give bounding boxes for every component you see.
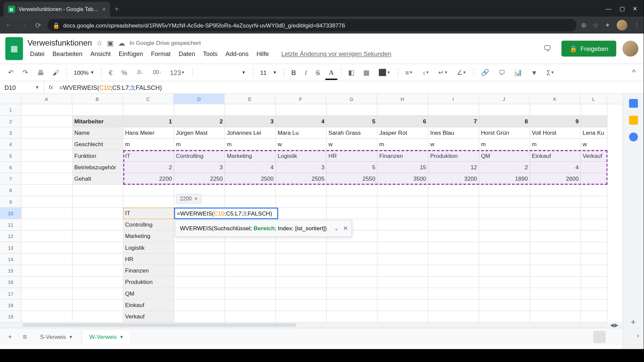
cell[interactable]: Produktion	[123, 277, 174, 288]
strike-icon[interactable]: S	[312, 66, 323, 79]
cell[interactable]: 2600	[530, 173, 581, 185]
sheet-tab-w-verweis[interactable]: W-Verweis▼	[82, 329, 131, 344]
cell[interactable]: w	[327, 139, 378, 150]
cell[interactable]: Betriebszugehör	[72, 162, 123, 173]
star-icon[interactable]: ☆	[96, 39, 102, 47]
row-header[interactable]: 5	[0, 150, 21, 162]
cell[interactable]: 7	[428, 116, 479, 127]
cell-editor[interactable]: =WVERWEIS(C10;C5:L7;3;FALSCH)	[174, 207, 278, 219]
cell[interactable]: 15	[378, 162, 429, 173]
row-header[interactable]: 15	[0, 265, 21, 277]
cell[interactable]: IT	[123, 207, 174, 219]
cell[interactable]: 3	[225, 116, 276, 127]
cell[interactable]: 5	[327, 116, 378, 127]
row-header[interactable]: 6	[0, 162, 21, 173]
cell[interactable]: Jasper Rot	[378, 127, 429, 139]
cell[interactable]: Sarah Grass	[327, 127, 378, 139]
number-format-select[interactable]: 123▼	[166, 66, 189, 79]
percent-icon[interactable]: %	[118, 66, 131, 79]
menu-hilfe[interactable]: Hilfe	[254, 48, 272, 59]
row-header[interactable]: 4	[0, 139, 21, 150]
cell[interactable]: Verkauf	[123, 311, 174, 322]
cell[interactable]: Logistik	[123, 242, 174, 253]
cell[interactable]: Funktion	[72, 150, 123, 162]
cell[interactable]: 2250	[174, 173, 225, 185]
cell[interactable]: Hans Meier	[123, 127, 174, 139]
borders-icon[interactable]: ▦	[360, 66, 373, 79]
col-header[interactable]: E	[225, 94, 276, 104]
cell[interactable]: m	[123, 139, 174, 150]
cell[interactable]: IT	[123, 150, 174, 162]
menu-tools[interactable]: Tools	[200, 48, 220, 59]
row-header[interactable]: 3	[0, 127, 21, 139]
col-header[interactable]: H	[377, 94, 428, 104]
col-header[interactable]: A	[21, 94, 72, 104]
cell[interactable]: m	[479, 139, 530, 150]
menu-datei[interactable]: Datei	[28, 48, 47, 59]
row-header[interactable]: 2	[0, 116, 21, 127]
cell[interactable]: m	[530, 139, 581, 150]
new-tab-button[interactable]: +	[110, 2, 123, 17]
close-window-icon[interactable]: ✕	[633, 5, 637, 12]
row-header[interactable]: 16	[0, 277, 21, 288]
calendar-icon[interactable]	[629, 99, 638, 108]
browser-tab[interactable]: ▦ Verweisfunktionen - Google Tab… ×	[4, 2, 110, 17]
chevron-down-icon[interactable]: ⌄	[334, 224, 339, 233]
italic-icon[interactable]: I	[302, 66, 311, 79]
cell[interactable]: Geschlecht	[72, 139, 123, 150]
col-header[interactable]: B	[72, 94, 123, 104]
rotate-icon[interactable]: ∠▼	[453, 66, 470, 79]
cell[interactable]: 3200	[428, 173, 479, 185]
name-box[interactable]: D10 ▼	[0, 81, 44, 94]
formula-input[interactable]: =WVERWEIS(C10;C5:L7;3;FALSCH)	[58, 84, 644, 91]
cell[interactable]: HR	[327, 150, 378, 162]
cell[interactable]: m	[225, 139, 276, 150]
cell[interactable]: 4	[276, 116, 327, 127]
row-header[interactable]: 14	[0, 254, 21, 265]
menu-bearbeiten[interactable]: Bearbeiten	[50, 48, 85, 59]
cell[interactable]: Produktion	[428, 150, 479, 162]
cloud-icon[interactable]: ☁	[118, 39, 125, 47]
cell[interactable]: Controlling	[123, 219, 174, 231]
cell[interactable]: Controlling	[174, 150, 225, 162]
cell[interactable]: Gehalt	[72, 173, 123, 185]
explore-button[interactable]	[593, 331, 606, 343]
cell[interactable]: 2500	[225, 173, 276, 185]
filter-icon[interactable]: ▼	[528, 66, 541, 79]
url-input[interactable]: 🔒 docs.google.com/spreadsheets/d/1RW5vYM…	[47, 19, 577, 32]
font-size-select[interactable]: 11 ▼	[257, 67, 280, 77]
last-edit[interactable]: Letzte Änderung vor wenigen Sekunden	[279, 48, 394, 59]
cell[interactable]: QM	[479, 150, 530, 162]
cell[interactable]: Horst Grün	[479, 127, 530, 139]
cell[interactable]: Lena Ku	[581, 127, 607, 139]
print-icon[interactable]: 🖶	[34, 66, 47, 79]
cell[interactable]: Finanzen	[378, 150, 429, 162]
cell[interactable]: 5	[327, 162, 378, 173]
cell[interactable]: 3	[174, 162, 225, 173]
chevron-down-icon[interactable]: ▼	[35, 85, 39, 89]
cell[interactable]: 3500	[378, 173, 429, 185]
menu-ansicht[interactable]: Ansicht	[88, 48, 113, 59]
menu-einfuegen[interactable]: Einfügen	[116, 48, 146, 59]
cell[interactable]: HR	[123, 254, 174, 265]
cell[interactable]: 2505	[276, 173, 327, 185]
cell[interactable]: Johannes Lei	[225, 127, 276, 139]
cell[interactable]: w	[428, 139, 479, 150]
add-addon-icon[interactable]: +	[631, 317, 636, 327]
col-header[interactable]: D	[174, 94, 225, 104]
close-icon[interactable]: ×	[102, 6, 106, 13]
row-header[interactable]: 19	[0, 311, 21, 322]
col-header[interactable]: L	[581, 94, 607, 104]
cell[interactable]: w	[276, 139, 327, 150]
cell[interactable]: Finanzen	[123, 265, 174, 277]
col-header[interactable]: G	[326, 94, 377, 104]
sheets-logo[interactable]: ▦	[5, 37, 23, 60]
menu-daten[interactable]: Daten	[176, 48, 198, 59]
bold-icon[interactable]: B	[288, 66, 300, 79]
cell[interactable]: 9	[530, 116, 581, 127]
row-header[interactable]: 9	[0, 196, 21, 207]
cell[interactable]: Ines Blau	[428, 127, 479, 139]
collapse-panel-icon[interactable]: ›	[637, 331, 639, 339]
close-icon[interactable]: ✕	[343, 224, 348, 233]
cell[interactable]: 2550	[327, 173, 378, 185]
